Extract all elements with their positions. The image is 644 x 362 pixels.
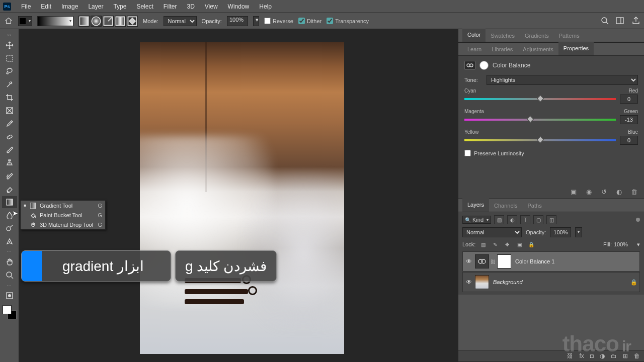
diamond-gradient-icon[interactable] <box>127 16 138 27</box>
toolbox-handle[interactable]: ›› <box>7 32 12 38</box>
lock-artboard-icon[interactable]: ▣ <box>515 240 524 248</box>
menu-3d[interactable]: 3D <box>182 0 199 13</box>
slider-value[interactable]: -13 <box>620 115 638 124</box>
home-icon[interactable] <box>4 17 13 26</box>
reset-icon[interactable]: ↺ <box>600 188 608 196</box>
lock-all-icon[interactable]: 🔒 <box>527 240 536 248</box>
tab-layers[interactable]: Layers <box>462 199 489 212</box>
frame-tool[interactable] <box>2 105 17 117</box>
fill-flyout[interactable]: ▾ <box>637 241 640 248</box>
menu-layer[interactable]: Layer <box>83 0 108 13</box>
tab-color[interactable]: Color <box>462 29 486 42</box>
foreground-swatch-dropdown[interactable]: ▾ <box>18 16 32 26</box>
filter-adjustment-icon[interactable]: ◐ <box>507 215 517 224</box>
marquee-tool[interactable] <box>2 52 17 64</box>
radial-gradient-icon[interactable] <box>91 16 102 27</box>
link-icon[interactable]: ⛓ <box>491 259 496 264</box>
reflected-gradient-icon[interactable] <box>115 16 126 27</box>
zoom-tool[interactable] <box>2 269 17 281</box>
opacity-value[interactable]: 100% <box>227 16 248 26</box>
eyedropper-tool[interactable] <box>2 118 17 130</box>
tab-paths[interactable]: Paths <box>523 200 547 212</box>
healing-brush-tool[interactable] <box>2 131 17 143</box>
toggle-visibility-icon[interactable]: ◐ <box>615 188 623 196</box>
quick-mask-icon[interactable] <box>2 290 17 302</box>
magic-wand-tool[interactable] <box>2 78 17 90</box>
filter-shape-icon[interactable]: ▢ <box>533 215 543 224</box>
slider-value[interactable]: 0 <box>620 136 638 145</box>
linear-gradient-icon[interactable] <box>78 16 90 27</box>
visibility-toggle-icon[interactable]: 👁 <box>463 258 475 265</box>
workspace-switcher-icon[interactable] <box>616 17 625 25</box>
angle-gradient-icon[interactable] <box>103 16 114 27</box>
tab-adjustments[interactable]: Adjustments <box>518 43 558 55</box>
brush-tool[interactable] <box>2 144 17 156</box>
tab-gradients[interactable]: Gradients <box>520 30 554 42</box>
slider-track[interactable] <box>464 117 616 122</box>
toolbox-more[interactable]: ⋯ <box>7 249 12 254</box>
clone-stamp-tool[interactable] <box>2 157 17 169</box>
lasso-tool[interactable] <box>2 65 17 77</box>
menu-filter[interactable]: Filter <box>158 0 182 13</box>
document-canvas[interactable] <box>140 42 344 354</box>
filter-toggle[interactable] <box>636 218 640 222</box>
blend-mode-select[interactable]: Normal <box>164 16 197 26</box>
menu-edit[interactable]: Edit <box>36 0 56 13</box>
tab-swatches[interactable]: Swatches <box>486 30 520 42</box>
tab-learn[interactable]: Learn <box>462 43 487 55</box>
gradient-preset-picker[interactable]: ▾ <box>37 16 73 26</box>
layer-blend-mode[interactable]: Normal <box>462 227 522 237</box>
layer-color-balance-1[interactable]: 👁 ⛓ Color Balance 1 <box>462 251 640 272</box>
history-brush-tool[interactable] <box>2 170 17 182</box>
transparency-checkbox[interactable]: Transparency <box>327 18 369 24</box>
menu-select[interactable]: Select <box>131 0 158 13</box>
tab-properties[interactable]: Properties <box>558 42 594 55</box>
mask-thumb[interactable] <box>497 254 511 268</box>
lock-icon[interactable]: 🔒 <box>628 279 639 286</box>
slider-value[interactable]: 0 <box>620 95 638 104</box>
move-tool[interactable] <box>2 39 17 51</box>
foreground-color-swatch[interactable] <box>3 305 12 314</box>
layer-background[interactable]: 👁 Background 🔒 <box>462 272 640 292</box>
delete-adjustment-icon[interactable]: 🗑 <box>630 188 638 196</box>
menu-view[interactable]: View <box>200 0 223 13</box>
flyout-3d-material-drop-tool[interactable]: 3D Material Drop Tool G <box>21 220 105 229</box>
filter-type-icon[interactable]: T <box>520 215 530 224</box>
slider-thumb[interactable] <box>536 136 543 143</box>
flyout-gradient-tool[interactable]: ■ Gradient Tool G <box>21 201 105 210</box>
tab-channels[interactable]: Channels <box>489 200 522 212</box>
tab-patterns[interactable]: Patterns <box>554 30 585 42</box>
delete-layer-icon[interactable]: 🗑 <box>634 352 640 359</box>
dither-checkbox[interactable]: Dither <box>298 18 321 24</box>
slider-thumb[interactable] <box>527 116 534 123</box>
menu-type[interactable]: Type <box>108 0 131 13</box>
lock-position-icon[interactable]: ✥ <box>503 240 512 248</box>
canvas-area[interactable]: ابزار gradient فشردن کلید g <box>19 29 458 362</box>
layer-opacity-value[interactable]: 100% <box>550 227 571 237</box>
crop-tool[interactable] <box>2 92 17 104</box>
reverse-checkbox[interactable]: Reverse <box>264 18 293 24</box>
clip-to-layer-icon[interactable]: ▣ <box>570 188 578 196</box>
pen-tool[interactable] <box>2 235 17 247</box>
lock-pixels-icon[interactable]: ✎ <box>491 240 500 248</box>
flyout-paint-bucket-tool[interactable]: Paint Bucket Tool G <box>21 210 105 220</box>
opacity-flyout[interactable]: ▾ <box>253 16 259 26</box>
lock-transparency-icon[interactable]: ▨ <box>478 240 488 248</box>
view-previous-icon[interactable]: ◉ <box>585 188 593 196</box>
dodge-tool[interactable] <box>2 222 17 234</box>
tab-libraries[interactable]: Libraries <box>487 43 518 55</box>
preserve-luminosity-checkbox[interactable]: Preserve Luminosity <box>464 150 638 156</box>
slider-track[interactable] <box>464 138 616 143</box>
filter-smart-icon[interactable]: ◫ <box>546 215 556 224</box>
menu-file[interactable]: File <box>16 0 36 13</box>
menu-window[interactable]: Window <box>223 0 255 13</box>
layer-filter-kind[interactable]: 🔍Kind▾ <box>462 216 491 224</box>
slider-track[interactable] <box>464 97 616 102</box>
tone-select[interactable]: Highlights <box>487 75 638 85</box>
visibility-toggle-icon[interactable]: 👁 <box>463 279 475 286</box>
hand-tool[interactable] <box>2 256 17 268</box>
layer-opacity-flyout[interactable]: ▾ <box>575 227 582 237</box>
menu-help[interactable]: Help <box>254 0 277 13</box>
layer-mask-icon[interactable] <box>479 61 489 70</box>
search-icon[interactable] <box>601 17 609 26</box>
